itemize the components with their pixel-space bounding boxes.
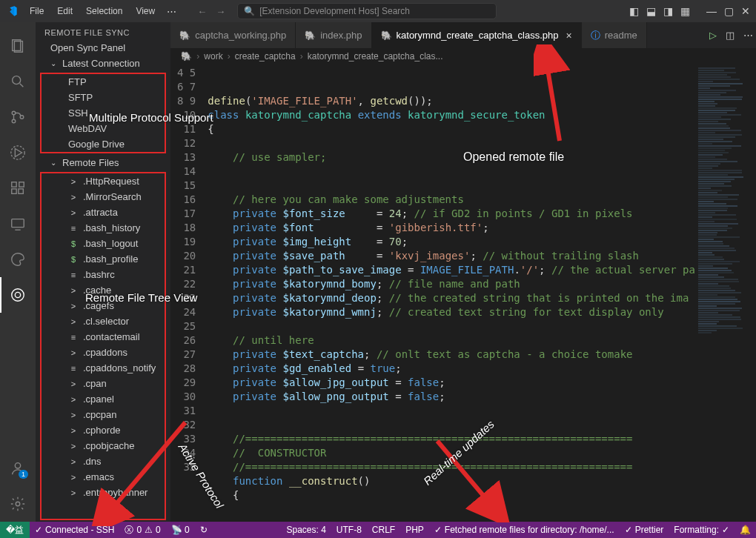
run-icon[interactable]: ▷ — [709, 30, 717, 41]
dollar-icon: $ — [68, 239, 79, 248]
indentation[interactable]: Spaces: 4 — [281, 525, 331, 535]
svg-rect-13 — [12, 219, 24, 228]
window-minimize[interactable]: — — [706, 5, 717, 17]
remote-files[interactable]: ⌄Remote Files — [36, 155, 170, 170]
dollar-icon: $ — [68, 255, 79, 264]
protocol-google-drive[interactable]: Google Drive — [42, 136, 165, 152]
tree-item[interactable]: >.cpan — [42, 376, 165, 391]
svg-point-16 — [15, 292, 20, 297]
layout-bottom-icon[interactable]: ⬓ — [646, 5, 656, 17]
layout-left-icon[interactable]: ◧ — [629, 5, 639, 17]
tree-item[interactable]: ≡.bash_history — [42, 220, 165, 236]
tree-item[interactable]: >.cagefs — [42, 298, 165, 313]
remote-indicator[interactable]: �益 — [0, 522, 30, 538]
tree-item[interactable]: ≡.contactemail — [42, 329, 165, 345]
folder-icon: > — [68, 348, 79, 357]
nav-arrows: ← → — [197, 6, 225, 17]
tree-item[interactable]: >.emacs — [42, 469, 165, 485]
breadcrumb-segment[interactable]: work — [204, 51, 222, 62]
statusbar: �益 ✓ Connected - SSH ⓧ 0 ⚠ 0 📡 0 ↻ Space… — [0, 522, 756, 538]
folder-icon: > — [68, 286, 79, 295]
window-maximize[interactable]: ▢ — [724, 5, 734, 17]
fetch-status[interactable]: ✓ Fetched remote files for directory: /h… — [429, 525, 620, 535]
theme-icon[interactable] — [0, 242, 36, 277]
tree-item[interactable]: >.cphorde — [42, 422, 165, 438]
breadcrumb[interactable]: 🐘›work›create_captcha›katorymnd_create_c… — [170, 48, 756, 64]
formatting[interactable]: Formatting: ✓ — [669, 525, 735, 535]
command-center[interactable]: 🔍 [Extension Development Host] Search — [237, 3, 497, 19]
breadcrumb-segment[interactable]: create_captcha — [235, 51, 296, 62]
folder-icon: > — [68, 177, 79, 186]
layout-grid-icon[interactable]: ▦ — [680, 5, 690, 17]
explorer-icon[interactable] — [0, 28, 36, 64]
sidebar-title: REMOTE FILE SYNC — [36, 22, 170, 40]
menu-edit[interactable]: Edit — [51, 3, 79, 19]
latest-connection[interactable]: ⌄Latest Connection — [36, 56, 170, 71]
language[interactable]: PHP — [400, 525, 429, 535]
problems[interactable]: ⓧ 0 ⚠ 0 — [119, 524, 165, 537]
prettier[interactable]: ✓ Prettier — [620, 525, 669, 535]
open-sync-panel[interactable]: Open Sync Panel — [36, 40, 170, 56]
tab[interactable]: 🐘katorymnd_create_captcha_class.php× — [372, 22, 582, 48]
remote-sync-icon[interactable] — [0, 277, 36, 313]
folder-icon: > — [68, 411, 79, 419]
ports-icon[interactable]: 📡 0 — [166, 525, 195, 535]
tree-item[interactable]: >.cpcpan — [42, 407, 165, 422]
tree-item[interactable]: >.attracta — [42, 205, 165, 220]
source-control-icon[interactable] — [0, 99, 36, 135]
split-icon[interactable]: ◫ — [726, 30, 735, 41]
menu-view[interactable]: View — [130, 3, 161, 19]
tree-item[interactable]: >.cpaddons — [42, 345, 165, 360]
info-icon: ⓘ — [591, 29, 600, 42]
encoding[interactable]: UTF-8 — [331, 525, 367, 535]
breadcrumb-segment[interactable]: katorymnd_create_captcha_clas... — [308, 51, 443, 62]
debug-icon[interactable] — [0, 135, 36, 170]
tree-item[interactable]: >.entropybanner — [42, 485, 165, 500]
editor-area: 🐘captcha_working.php🐘index.php🐘katorymnd… — [170, 22, 756, 522]
tree-item[interactable]: ≡.bashrc — [42, 267, 165, 282]
more-icon[interactable]: ⋯ — [743, 30, 753, 41]
tab[interactable]: 🐘index.php — [296, 22, 371, 48]
tree-item[interactable]: >.HttpRequest — [42, 173, 165, 189]
window-close[interactable]: ✕ — [741, 5, 750, 17]
tree-item[interactable]: ≡.cpaddons_notify — [42, 360, 165, 376]
tree-item[interactable]: >.MirrorSearch — [42, 189, 165, 205]
folder-icon: > — [68, 457, 79, 466]
tree-item[interactable]: >.cpanel — [42, 391, 165, 407]
connection-status[interactable]: ✓ Connected - SSH — [30, 525, 119, 535]
tab[interactable]: 🐘captcha_working.php — [170, 22, 296, 48]
tree-item[interactable]: >.cpobjcache — [42, 438, 165, 454]
protocol-webdav[interactable]: WebDAV — [42, 121, 165, 136]
notifications-icon[interactable]: 🔔 — [735, 525, 756, 535]
php-icon: 🐘 — [305, 30, 316, 41]
settings-icon[interactable] — [0, 486, 36, 522]
nav-back[interactable]: ← — [197, 6, 207, 17]
folder-icon: > — [68, 488, 79, 497]
menu-file[interactable]: File — [24, 3, 50, 19]
protocol-sftp[interactable]: SFTP — [42, 90, 165, 105]
extensions-icon[interactable] — [0, 170, 36, 206]
search-icon[interactable] — [0, 64, 36, 99]
tree-item[interactable]: >.cl.selector — [42, 313, 165, 329]
account-icon[interactable]: 1 — [0, 451, 36, 486]
tree-item[interactable]: $.bash_profile — [42, 251, 165, 267]
folder-icon: > — [68, 208, 79, 217]
sync-icon[interactable]: ↻ — [195, 525, 213, 535]
nav-forward[interactable]: → — [216, 6, 225, 17]
eol[interactable]: CRLF — [367, 525, 400, 535]
tree-item[interactable]: >.cache — [42, 282, 165, 298]
minimap[interactable] — [695, 64, 756, 522]
tree-item[interactable]: >.dns — [42, 454, 165, 469]
menu-overflow[interactable]: ⋯ — [161, 3, 182, 20]
tree-item[interactable]: $.bash_logout — [42, 236, 165, 251]
code-editor[interactable]: define('IMAGE_FILE_PATH', getcwd());clas… — [208, 64, 695, 522]
protocol-ftp[interactable]: FTP — [42, 74, 165, 90]
protocol-list: FTPSFTPSSHWebDAVGoogle Drive — [40, 73, 166, 153]
protocol-ssh[interactable]: SSH — [42, 105, 165, 121]
close-icon[interactable]: × — [566, 30, 572, 41]
titlebar: File Edit Selection View ⋯ ← → 🔍 [Extens… — [0, 0, 756, 22]
remote-explorer-icon[interactable] — [0, 206, 36, 242]
tab[interactable]: ⓘreadme — [582, 22, 647, 48]
menu-selection[interactable]: Selection — [80, 3, 128, 19]
layout-right-icon[interactable]: ◨ — [663, 5, 673, 17]
